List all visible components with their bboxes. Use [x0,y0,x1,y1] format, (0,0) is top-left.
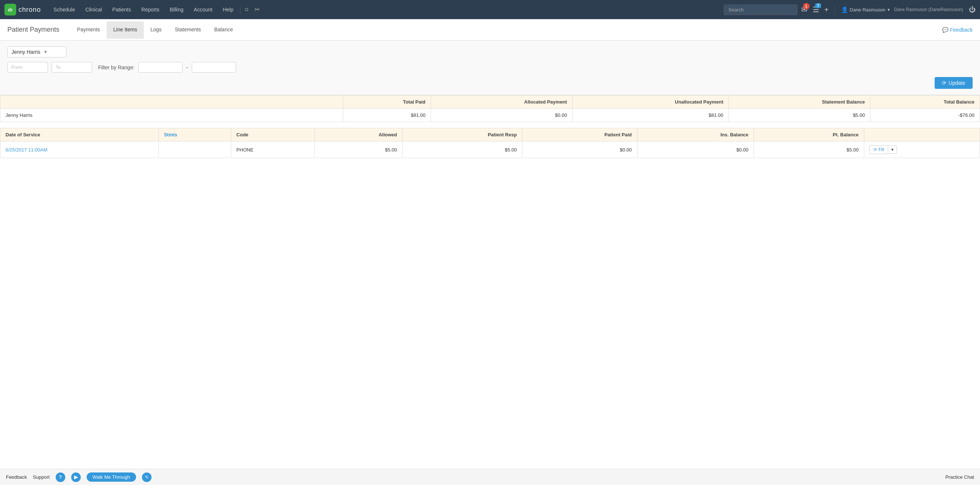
filter-row-dates: Filter by Range: $ - $ [7,62,973,73]
nav-divider [240,5,240,14]
detail-header-row: Date of Service Stmts Code Allowed Patie… [0,128,980,142]
tab-payments[interactable]: Payments [70,21,107,39]
range-min-wrap: $ [138,62,183,73]
power-icon[interactable]: ⏻ [969,6,975,14]
user-display-name: Dane Rasmuson [850,7,886,13]
summary-col-name [0,95,343,109]
filter-area: Jenny Harris ▼ Filter by Range: $ - $ ⟳ … [0,41,980,95]
detail-col-ins-balance: Ins. Balance [637,128,754,142]
summary-patient-name: Jenny Harris [0,109,343,122]
range-dash: - [186,64,188,71]
summary-row: Jenny Harris $81.00 $0.00 $81.00 $5.00 -… [0,109,980,122]
nav-items: Schedule Clinical Patients Reports Billi… [48,5,724,15]
detail-col-patient-paid: Patient Paid [522,128,637,142]
notification-bell[interactable]: ✉ 1 [801,5,807,14]
update-label: Update [949,80,965,86]
summary-col-unallocated: Unallocated Payment [572,95,729,109]
tabs-right: 💬 Feedback [942,27,973,33]
date-service-link[interactable]: 6/25/2017 11:00AM [6,147,47,153]
tab-statements[interactable]: Statements [168,21,208,39]
fill-refresh-icon: ⟳ [873,147,877,152]
patient-name-display: Jenny Harris [11,49,41,55]
chevron-down-icon: ▼ [887,8,890,12]
range-min-input[interactable] [138,62,183,73]
tab-logs[interactable]: Logs [144,21,168,39]
summary-col-statement-balance: Statement Balance [729,95,870,109]
filter-range-label: Filter by Range: [98,65,135,70]
filter-bottom-row: ⟳ Update [7,77,973,89]
to-date-input[interactable] [52,62,92,73]
fill-dropdown-button[interactable]: ▼ [888,146,897,154]
nav-clinical[interactable]: Clinical [80,5,107,15]
topbar-right: ✉ 1 ☰ 7 + 👤 Dane Rasmuson ▼ Dane Rasmuso… [724,5,975,15]
detail-col-allowed: Allowed [315,128,402,142]
fill-label: Fill [878,147,884,152]
topbar: dr chrono Schedule Clinical Patients Rep… [0,0,980,19]
brand-name: chrono [18,6,41,14]
nav-schedule[interactable]: Schedule [48,5,80,15]
logo-icon: dr [5,4,16,16]
detail-col-stmts: Stmts [159,128,231,142]
dropdown-arrow-icon: ▼ [43,49,48,54]
patient-select[interactable]: Jenny Harris ▼ [7,46,66,57]
nav-patients[interactable]: Patients [107,5,137,15]
summary-col-allocated: Allocated Payment [431,95,573,109]
summary-col-total-balance: Total Balance [870,95,980,109]
detail-ins-balance: $0.00 [637,142,754,158]
plus-icon[interactable]: + [824,6,829,14]
page-title: Patient Payments [7,19,67,40]
nav-account[interactable]: Account [189,5,218,15]
detail-patient-paid: $0.00 [522,142,637,158]
feedback-bubble-icon: 💬 [942,27,948,33]
nav-billing[interactable]: Billing [164,5,188,15]
detail-stmts [159,142,231,158]
user-icon: 👤 [841,6,848,13]
main-content: Patient Payments Payments Line Items Log… [0,19,980,469]
user-menu[interactable]: 👤 Dane Rasmuson ▼ [841,6,891,13]
tables-wrapper: Total Paid Allocated Payment Unallocated… [0,95,980,158]
tab-balance[interactable]: Balance [208,21,240,39]
nav-reports[interactable]: Reports [136,5,164,15]
search-input[interactable] [724,5,797,15]
detail-col-actions [864,128,980,142]
message-count-badge: 1 [803,3,810,10]
detail-date-of-service: 6/25/2017 11:00AM [0,142,159,158]
detail-pt-balance: $5.00 [754,142,864,158]
range-max-wrap: $ [192,62,236,73]
menu-btn[interactable]: ☰ 7 [813,5,819,14]
summary-total-balance: -$76.00 [870,109,980,122]
summary-table: Total Paid Allocated Payment Unallocated… [0,95,980,122]
user-username: Dane Rasmuson (DaneRasmuson) [894,7,963,12]
fill-button[interactable]: ⟳ Fill [869,145,888,154]
feedback-button[interactable]: 💬 Feedback [942,27,973,33]
summary-statement-balance: $5.00 [729,109,870,122]
from-date-input[interactable] [7,62,48,73]
detail-table: Date of Service Stmts Code Allowed Patie… [0,128,980,158]
detail-actions-cell: ⟳ Fill ▼ [864,142,980,158]
topbar-divider [835,5,835,14]
logo-area: dr chrono [5,4,41,16]
menu-count-badge: 7 [815,3,821,8]
detail-col-patient-resp: Patient Resp [402,128,522,142]
summary-total-paid: $81.00 [343,109,431,122]
detail-col-pt-balance: Pt. Balance [754,128,864,142]
hashtag-icon[interactable]: ⌗ [242,6,251,14]
detail-row: 6/25/2017 11:00AM PHONE $5.00 $5.00 $0.0… [0,142,980,158]
detail-col-date: Date of Service [0,128,159,142]
summary-allocated-payment: $0.00 [431,109,573,122]
tabs-bar: Patient Payments Payments Line Items Log… [0,19,980,41]
fill-btn-group: ⟳ Fill ▼ [869,145,974,154]
tab-line-items[interactable]: Line Items [107,21,144,39]
scissors-icon[interactable]: ✂ [251,6,263,14]
detail-patient-resp: $5.00 [402,142,522,158]
nav-help[interactable]: Help [218,5,239,15]
detail-code: PHONE [231,142,315,158]
summary-unallocated-payment: $81.00 [572,109,729,122]
filter-row-patient: Jenny Harris ▼ [7,46,973,57]
range-max-input[interactable] [192,62,236,73]
summary-col-total-paid: Total Paid [343,95,431,109]
update-button[interactable]: ⟳ Update [935,77,973,89]
detail-col-code: Code [231,128,315,142]
refresh-icon: ⟳ [942,80,947,86]
detail-allowed: $5.00 [315,142,402,158]
